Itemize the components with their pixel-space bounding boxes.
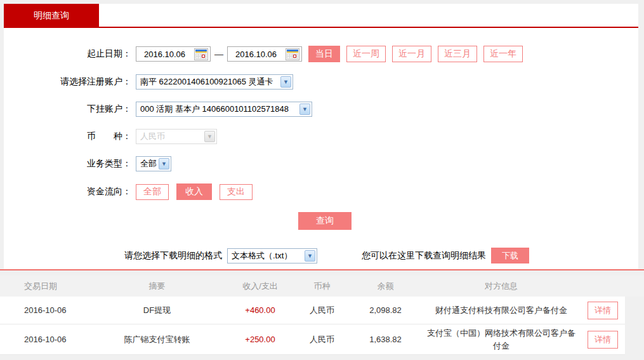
download-format-label: 请您选择下载明细的格式 — [124, 250, 222, 262]
download-hint-text: 您可以在这里下载查询明细结果 — [362, 250, 486, 262]
fund-flow-label: 资金流向： — [4, 186, 136, 197]
download-format-select[interactable]: 文本格式（.txt） ▼ — [227, 248, 317, 263]
flow-income-button[interactable]: 收入 — [176, 183, 212, 200]
date-from-value: 2016.10.06 — [144, 50, 185, 59]
download-row: 请您选择下载明细的格式 文本格式（.txt） ▼ 您可以在这里下载查询明细结果 … — [4, 248, 638, 269]
biz-type-select[interactable]: 全部 ▼ — [136, 156, 171, 171]
calendar-icon-stripe — [287, 51, 298, 53]
quick-range-week-button[interactable]: 近一周 — [346, 46, 386, 62]
table-header: 交易日期 摘要 收入/支出 币种 余额 对方信息 — [0, 276, 644, 297]
chevron-down-icon: ▼ — [204, 131, 215, 142]
flow-expense-button[interactable]: 支出 — [220, 184, 253, 200]
date-to-value: 2016.10.06 — [235, 50, 277, 59]
quick-range-year-button[interactable]: 近一年 — [483, 46, 523, 62]
header-counterparty: 对方信息 — [422, 281, 581, 292]
currency-row: 币 种： 人民币 ▼ — [4, 129, 638, 144]
cell-amount: +460.00 — [225, 305, 295, 315]
query-form: 起止日期： 2016.10.06 — 2016.10.06 — [4, 28, 638, 269]
sub-account-select[interactable]: 000 活期 基本户 1406600101102571848 ▼ — [136, 102, 312, 117]
calendar-icon-stripe — [195, 51, 207, 53]
cell-summary: DF提现 — [89, 305, 225, 316]
header-currency: 币种 — [295, 281, 349, 292]
date-range-row: 起止日期： 2016.10.06 — 2016.10.06 — [4, 46, 638, 62]
fund-flow-row: 资金流向： 全部 收入 支出 — [4, 183, 638, 200]
cell-currency: 人民币 — [295, 305, 349, 316]
cell-balance: 1,638.82 — [349, 335, 422, 344]
cell-currency: 人民币 — [295, 334, 349, 345]
date-from-input[interactable]: 2016.10.06 — [136, 46, 211, 62]
calendar-icon-day-marker — [202, 55, 205, 58]
query-panel: 明细查询 起止日期： 2016.10.06 — 2016.10.06 — [4, 4, 638, 269]
calendar-icon[interactable] — [194, 48, 208, 60]
cell-amount: +250.00 — [225, 335, 295, 344]
chevron-down-icon: ▼ — [159, 158, 169, 170]
cell-trade-date: 2016-10-06 — [0, 305, 89, 315]
table-body: 2016-10-06 DF提现 +460.00 人民币 2,098.82 财付通… — [0, 297, 644, 355]
currency-label: 币 种： — [4, 131, 136, 142]
calendar-icon[interactable] — [286, 48, 299, 60]
calendar-icon-grid — [287, 53, 298, 59]
detail-query-page: 明细查询 起止日期： 2016.10.06 — 2016.10.06 — [0, 4, 644, 360]
date-range-separator: — — [214, 49, 223, 59]
register-account-value: 南平 6222001406100921065 灵通卡 — [140, 76, 273, 88]
currency-select: 人民币 ▼ — [136, 129, 217, 144]
cell-trade-date: 2016-10-06 — [0, 335, 89, 344]
header-balance: 余额 — [349, 281, 422, 292]
calendar-icon-day-marker — [293, 55, 296, 58]
sub-account-label: 下挂账户： — [4, 103, 136, 115]
cell-counterparty: 财付通支付科技有限公司客户备付金 — [422, 302, 581, 319]
section-gap — [0, 270, 644, 276]
sub-account-row: 下挂账户： 000 活期 基本户 1406600101102571848 ▼ — [4, 102, 638, 117]
date-to-input[interactable]: 2016.10.06 — [227, 46, 302, 62]
biz-type-label: 业务类型： — [4, 158, 136, 170]
cell-summary: 陈广锦支付宝转账 — [89, 334, 225, 345]
register-account-label: 请选择注册账户： — [4, 76, 136, 88]
download-button[interactable]: 下载 — [491, 248, 529, 263]
tab-detail-query[interactable]: 明细查询 — [4, 4, 99, 27]
header-amount: 收入/支出 — [225, 281, 295, 292]
sub-account-value: 000 活期 基本户 1406600101102571848 — [140, 103, 289, 115]
calendar-icon-grid — [195, 53, 207, 59]
date-range-label: 起止日期： — [4, 48, 136, 60]
quick-range-today-button[interactable]: 当日 — [308, 46, 340, 62]
cell-counterparty: 支付宝（中国）网络技术有限公司客户备付金 — [422, 324, 581, 354]
detail-button[interactable]: 详情 — [588, 302, 618, 319]
chevron-down-icon: ▼ — [280, 76, 291, 88]
header-trade-date: 交易日期 — [0, 281, 89, 292]
table-row: 2016-10-06 DF提现 +460.00 人民币 2,098.82 财付通… — [0, 297, 625, 324]
flow-all-button[interactable]: 全部 — [136, 184, 169, 200]
register-account-select[interactable]: 南平 6222001406100921065 灵通卡 ▼ — [136, 74, 293, 90]
quick-range-quarter-button[interactable]: 近三月 — [438, 46, 477, 62]
register-account-row: 请选择注册账户： 南平 6222001406100921065 灵通卡 ▼ — [4, 74, 638, 90]
download-format-value: 文本格式（.txt） — [232, 250, 292, 262]
table-row: 2016-10-06 陈广锦支付宝转账 +250.00 人民币 1,638.82… — [0, 324, 625, 355]
biz-type-row: 业务类型： 全部 ▼ — [4, 156, 638, 171]
query-button-row: 查询 — [4, 212, 638, 230]
chevron-down-icon: ▼ — [299, 103, 310, 115]
currency-value: 人民币 — [140, 131, 165, 142]
query-button[interactable]: 查询 — [298, 212, 352, 230]
biz-type-value: 全部 — [140, 158, 157, 170]
tab-bar: 明细查询 — [4, 4, 638, 28]
detail-button[interactable]: 详情 — [588, 331, 618, 349]
quick-range-month-button[interactable]: 近一月 — [392, 46, 431, 62]
header-summary: 摘要 — [89, 281, 225, 292]
cell-balance: 2,098.82 — [349, 305, 422, 315]
chevron-down-icon: ▼ — [305, 250, 315, 262]
